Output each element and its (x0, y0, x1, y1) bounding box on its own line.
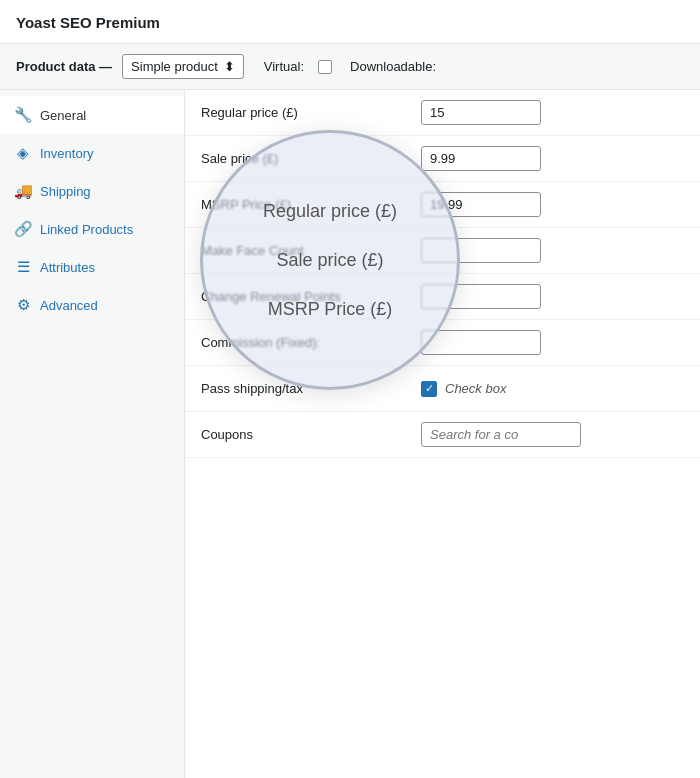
virtual-label: Virtual: (264, 59, 304, 74)
sidebar-label-attributes: Attributes (40, 260, 95, 275)
field-row-regular-price: Regular price (£) (185, 90, 700, 136)
magnify-item-sale-price[interactable]: Sale price (£) (276, 246, 383, 275)
select-arrow-icon: ⬍ (224, 59, 235, 74)
sidebar-label-advanced: Advanced (40, 298, 98, 313)
attributes-icon: ☰ (14, 258, 32, 276)
sidebar-item-linked-products[interactable]: 🔗 Linked Products (0, 210, 184, 248)
product-type-value: Simple product (131, 59, 218, 74)
advanced-icon: ⚙ (14, 296, 32, 314)
page-title: Yoast SEO Premium (16, 14, 160, 31)
coupons-label: Coupons (201, 427, 421, 442)
pass-shipping-tax-checkbox[interactable]: ✓ (421, 381, 437, 397)
magnify-overlay: Regular price (£) Sale price (£) MSRP Pr… (200, 130, 460, 390)
wrench-icon: 🔧 (14, 106, 32, 124)
link-icon: 🔗 (14, 220, 32, 238)
downloadable-label: Downloadable: (350, 59, 436, 74)
product-type-select[interactable]: Simple product ⬍ (122, 54, 244, 79)
sidebar-item-attributes[interactable]: ☰ Attributes (0, 248, 184, 286)
commission-fixed-input[interactable] (421, 330, 541, 355)
sidebar-label-inventory: Inventory (40, 146, 93, 161)
coupons-search-input[interactable] (421, 422, 581, 447)
sidebar-item-advanced[interactable]: ⚙ Advanced (0, 286, 184, 324)
sidebar-label-linked-products: Linked Products (40, 222, 133, 237)
sidebar-label-shipping: Shipping (40, 184, 91, 199)
sidebar-item-inventory[interactable]: ◈ Inventory (0, 134, 184, 172)
magnify-item-regular-price[interactable]: Regular price (£) (263, 197, 397, 226)
product-data-bar: Product data — Simple product ⬍ Virtual:… (0, 44, 700, 90)
pass-shipping-tax-checkbox-row: ✓ Check box (421, 381, 506, 397)
magnify-item-msrp-price[interactable]: MSRP Price (£) (268, 295, 393, 324)
sidebar-item-general[interactable]: 🔧 General (0, 96, 184, 134)
field-row-pass-shipping-tax: Pass shipping/tax ✓ Check box (185, 366, 700, 412)
regular-price-label: Regular price (£) (201, 105, 421, 120)
shipping-icon: 🚚 (14, 182, 32, 200)
sidebar-item-shipping[interactable]: 🚚 Shipping (0, 172, 184, 210)
product-data-label: Product data — (16, 59, 112, 74)
regular-price-input[interactable] (421, 100, 541, 125)
virtual-checkbox[interactable] (318, 60, 332, 74)
sidebar-label-general: General (40, 108, 86, 123)
check-box-label: Check box (445, 381, 506, 396)
sale-price-input[interactable] (421, 146, 541, 171)
page-wrapper: Yoast SEO Premium Product data — Simple … (0, 0, 700, 778)
top-header: Yoast SEO Premium (0, 0, 700, 44)
inventory-icon: ◈ (14, 144, 32, 162)
sidebar: 🔧 General ◈ Inventory 🚚 Shipping 🔗 Linke… (0, 90, 185, 778)
field-row-coupons: Coupons (185, 412, 700, 458)
